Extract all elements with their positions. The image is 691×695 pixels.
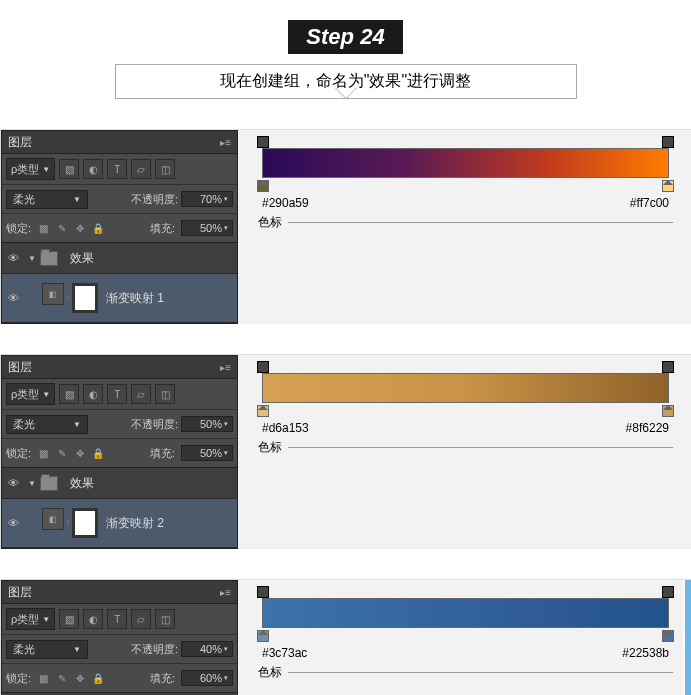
caption: 现在创建组，命名为"效果"进行调整 [115, 64, 577, 99]
hex-left: #3c73ac [262, 646, 307, 660]
opacity-stop-left[interactable] [257, 136, 269, 148]
filter-text-icon[interactable]: T [107, 159, 127, 179]
filter-kind-dropdown[interactable]: ρ 类型▼ [6, 608, 55, 630]
color-stops-label: 色标 [258, 214, 282, 231]
lock-position-icon[interactable]: ✥ [72, 671, 87, 686]
color-stop-right[interactable] [662, 630, 674, 642]
group-name: 效果 [70, 250, 94, 267]
folder-icon [40, 251, 58, 266]
hex-left: #290a59 [262, 196, 309, 210]
opacity-field[interactable]: 70%▾ [181, 191, 233, 207]
filter-smart-icon[interactable]: ◫ [155, 384, 175, 404]
lock-all-icon[interactable]: 🔒 [90, 446, 105, 461]
chevron-down-icon[interactable]: ▼ [28, 254, 36, 263]
filter-shape-icon[interactable]: ▱ [131, 384, 151, 404]
filter-text-icon[interactable]: T [107, 609, 127, 629]
group-row[interactable]: 👁▼效果 [2, 468, 237, 499]
gradient-bar[interactable] [262, 148, 669, 178]
filter-image-icon[interactable]: ▧ [59, 609, 79, 629]
lock-label: 锁定: [6, 221, 31, 236]
lock-position-icon[interactable]: ✥ [72, 221, 87, 236]
visibility-icon[interactable]: 👁 [2, 477, 24, 489]
lock-transparency-icon[interactable]: ▩ [36, 221, 51, 236]
lock-paint-icon[interactable]: ✎ [54, 221, 69, 236]
layer-row[interactable]: 👁 ◧⁞ 渐变映射 1 [2, 274, 237, 323]
lock-transparency-icon[interactable]: ▩ [36, 671, 51, 686]
gradient-editor-3: #3c73ac#22538b 色标 [238, 580, 691, 695]
opacity-stop-right[interactable] [662, 136, 674, 148]
fill-label: 填充: [150, 221, 175, 236]
opacity-stop-left[interactable] [257, 586, 269, 598]
filter-image-icon[interactable]: ▧ [59, 384, 79, 404]
filter-shape-icon[interactable]: ▱ [131, 159, 151, 179]
opacity-stop-right[interactable] [662, 586, 674, 598]
fill-field[interactable]: 60%▾ [181, 670, 233, 686]
adjustment-thumb: ◧⁞ [42, 283, 98, 313]
filter-kind-dropdown[interactable]: ρ 类型▼ [6, 383, 55, 405]
gradient-bar[interactable] [262, 598, 669, 628]
layer-name: 渐变映射 1 [106, 290, 164, 307]
filter-adjust-icon[interactable]: ◐ [83, 384, 103, 404]
color-stop-left[interactable] [257, 180, 269, 192]
lock-all-icon[interactable]: 🔒 [90, 221, 105, 236]
gradient-editor-1: #290a59#ff7c00 色标 [238, 130, 691, 324]
panel-menu-icon[interactable]: ▸≡ [220, 137, 231, 148]
panel-title: 图层 [8, 134, 32, 151]
hex-right: #ff7c00 [630, 196, 669, 210]
opacity-field[interactable]: 50%▾ [181, 416, 233, 432]
layers-panel-2: 图层▸≡ ρ 类型▼ ▧◐T▱◫ 柔光▼ 不透明度: 50%▾ 锁定: ▩✎✥🔒… [1, 355, 238, 549]
visibility-icon[interactable]: 👁 [2, 292, 24, 304]
scrollbar[interactable] [683, 580, 691, 695]
lock-all-icon[interactable]: 🔒 [90, 671, 105, 686]
blend-mode-dropdown[interactable]: 柔光▼ [6, 640, 88, 659]
hex-right: #22538b [622, 646, 669, 660]
color-stop-left[interactable] [257, 630, 269, 642]
visibility-icon[interactable]: 👁 [2, 517, 24, 529]
filter-smart-icon[interactable]: ◫ [155, 159, 175, 179]
layers-panel-3: 图层▸≡ ρ 类型▼ ▧◐T▱◫ 柔光▼ 不透明度: 40%▾ 锁定: ▩✎✥🔒… [1, 580, 238, 695]
fill-field[interactable]: 50%▾ [181, 220, 233, 236]
filter-smart-icon[interactable]: ◫ [155, 609, 175, 629]
color-stop-right[interactable] [662, 405, 674, 417]
fill-field[interactable]: 50%▾ [181, 445, 233, 461]
hex-right: #8f6229 [626, 421, 669, 435]
adjustment-thumb: ◧⁞ [42, 508, 98, 538]
chevron-down-icon[interactable]: ▼ [28, 479, 36, 488]
opacity-stop-right[interactable] [662, 361, 674, 373]
color-stop-left[interactable] [257, 405, 269, 417]
folder-icon [40, 476, 58, 491]
visibility-icon[interactable]: 👁 [2, 252, 24, 264]
filter-adjust-icon[interactable]: ◐ [83, 159, 103, 179]
filter-image-icon[interactable]: ▧ [59, 159, 79, 179]
lock-paint-icon[interactable]: ✎ [54, 671, 69, 686]
opacity-label: 不透明度: [131, 192, 178, 207]
panel-menu-icon[interactable]: ▸≡ [220, 587, 231, 598]
gradient-editor-2: #d6a153#8f6229 色标 [238, 355, 691, 549]
lock-position-icon[interactable]: ✥ [72, 446, 87, 461]
lock-paint-icon[interactable]: ✎ [54, 446, 69, 461]
blend-mode-dropdown[interactable]: 柔光▼ [6, 415, 88, 434]
step-badge: Step 24 [288, 20, 402, 54]
layer-row[interactable]: 👁◧⁞渐变映射 2 [2, 499, 237, 548]
panel-menu-icon[interactable]: ▸≡ [220, 362, 231, 373]
opacity-stop-left[interactable] [257, 361, 269, 373]
filter-kind-dropdown[interactable]: ρ 类型▼ [6, 158, 55, 180]
hex-left: #d6a153 [262, 421, 309, 435]
layers-panel-1: 图层▸≡ ρ 类型▼ ▧ ◐ T ▱ ◫ 柔光▼ 不透明度: 70%▾ 锁定: … [1, 130, 238, 324]
gradient-bar[interactable] [262, 373, 669, 403]
filter-text-icon[interactable]: T [107, 384, 127, 404]
filter-adjust-icon[interactable]: ◐ [83, 609, 103, 629]
lock-transparency-icon[interactable]: ▩ [36, 446, 51, 461]
color-stop-right[interactable] [662, 180, 674, 192]
blend-mode-dropdown[interactable]: 柔光▼ [6, 190, 88, 209]
filter-shape-icon[interactable]: ▱ [131, 609, 151, 629]
opacity-field[interactable]: 40%▾ [181, 641, 233, 657]
group-row[interactable]: 👁 ▼ 效果 [2, 243, 237, 274]
